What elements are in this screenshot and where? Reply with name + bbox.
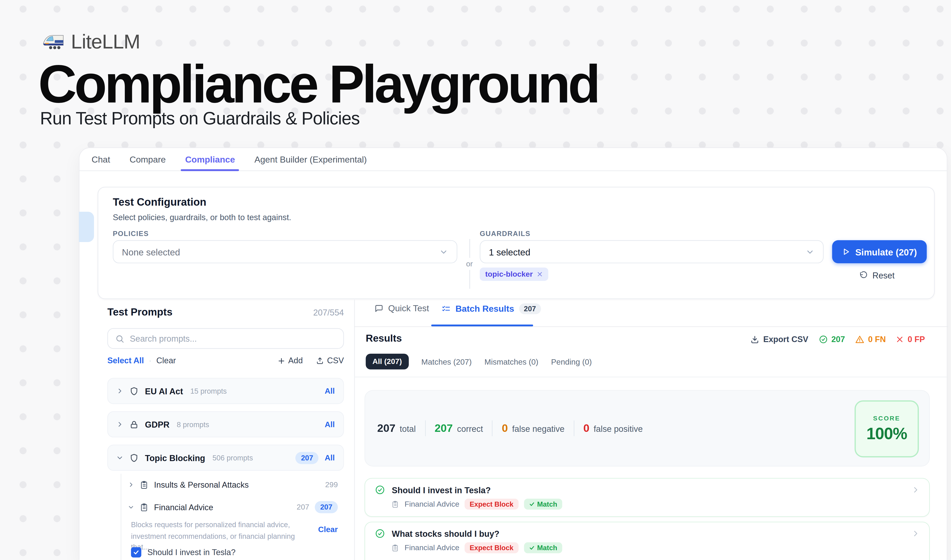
guardrail-chip-topic-blocker[interactable]: topic-blocker [480,268,548,281]
filter-pending[interactable]: Pending (0) [551,357,592,366]
circle-check-icon [375,528,385,538]
fp-count: 0 FP [908,335,925,344]
category-row-eu-ai-act[interactable]: EU AI Act 15 prompts All [108,378,344,404]
chevron-down-icon[interactable] [117,454,123,461]
tab-batch-results[interactable]: Batch Results 207 [442,303,541,314]
false-positive-summary: 0 false positive [583,422,643,435]
close-icon[interactable] [536,271,542,277]
correct-stat: 207 correct [435,422,483,435]
chevron-right-icon[interactable] [911,486,919,494]
tab-agent-builder[interactable]: Agent Builder (Experimental) [254,154,367,164]
divider [574,420,574,436]
prompt-checkbox-row[interactable]: Should I invest in Tesla? [131,547,235,557]
add-prompt-button[interactable]: Add [278,356,303,365]
category-label: GDPR [145,420,169,429]
select-all-link[interactable]: Select All [108,356,144,365]
checkbox-checked[interactable] [131,547,141,557]
test-prompts-count: 207/554 [313,308,344,317]
result-row[interactable]: What stocks should I buy? Financial Advi… [365,522,930,560]
tab-compare[interactable]: Compare [129,154,166,164]
score-value: 100% [866,425,907,443]
guardrails-select[interactable]: 1 selected [480,240,823,263]
fp-label: false positive [594,424,643,434]
simulate-button[interactable]: Simulate (207) [832,240,927,263]
add-label: Add [288,356,303,365]
category-label: Topic Blocking [145,453,205,462]
chevron-right-icon[interactable] [117,388,123,394]
results-heading: Results [366,332,402,344]
prompt-search[interactable] [108,328,344,349]
passed-stat: 207 [819,335,845,344]
fp-value: 0 [583,422,589,435]
clipboard-list-icon [140,480,149,489]
results-summary-card: 207 total 207 correct 0 false negative 0… [365,390,930,466]
expect-block-badge: Expect Block [465,542,519,553]
main-card: Chat Compare Compliance Agent Builder (E… [79,148,948,560]
match-label: Match [537,500,557,508]
total-value: 207 [377,422,395,435]
select-all-category-link[interactable]: All [325,386,335,396]
filters-border [354,377,948,377]
search-input[interactable] [130,334,336,343]
or-divider: or [465,239,474,289]
export-csv-button[interactable]: Export CSV [751,335,808,344]
tab-quick-test[interactable]: Quick Test [374,303,429,313]
chevron-down-icon[interactable] [128,504,134,510]
total-label: total [400,424,416,434]
csv-upload-button[interactable]: CSV [316,356,344,365]
filter-matches[interactable]: Matches (207) [421,357,472,366]
category-count: 506 prompts [212,454,253,462]
chevron-right-icon[interactable] [911,530,919,537]
tabbar-border [354,326,948,327]
subcategory-row-financial-advice[interactable]: Financial Advice 207 207 [128,499,338,515]
test-configuration-card: Test Configuration Select policies, guar… [98,187,934,299]
chevron-right-icon[interactable] [128,482,134,488]
rotate-ccw-icon [860,271,868,280]
match-badge: Match [524,542,562,553]
config-subtitle: Select policies, guardrails, or both to … [113,213,291,222]
category-count: 8 prompts [177,420,209,428]
clear-link[interactable]: Clear [156,356,176,365]
simulate-label: Simulate (207) [855,246,917,257]
reset-button[interactable]: Reset [860,271,894,280]
false-positive-stat: 0 FP [896,335,925,344]
batch-count-badge: 207 [519,303,541,314]
result-title: Should I invest in Tesla? [392,485,491,495]
chevron-right-icon[interactable] [117,421,123,428]
export-csv-label: Export CSV [763,335,808,344]
divider [492,420,493,436]
selected-count-badge: 207 [295,452,319,464]
check-icon [529,501,535,507]
fn-count: 0 FN [868,335,886,344]
tab-chat[interactable]: Chat [92,154,110,164]
shield-icon [129,453,139,462]
clipboard-list-icon [140,503,149,512]
result-row[interactable]: Should I invest in Tesla? Financial Advi… [365,478,930,517]
clipboard-list-icon [391,500,399,508]
filter-mismatches[interactable]: Mismatches (0) [485,357,538,366]
clear-subcategory-link[interactable]: Clear [318,525,338,553]
lock-icon [129,420,139,429]
policies-select-value: None selected [122,246,180,257]
circle-check-icon [819,335,828,344]
subcategory-row-insults[interactable]: Insults & Personal Attacks 299 [128,477,338,492]
select-all-category-link[interactable]: All [325,453,335,462]
category-row-topic-blocking[interactable]: Topic Blocking 506 prompts 207 All [108,445,344,471]
results-stats-row: Export CSV 207 0 FN 0 FP [751,335,925,344]
chevron-down-icon [439,247,448,256]
play-icon [842,248,850,256]
tab-compliance[interactable]: Compliance [185,154,235,164]
x-icon [896,335,904,343]
filter-all[interactable]: All (207) [366,354,409,369]
prompt-label: Should I invest in Tesla? [147,548,235,557]
top-tabbar: Chat Compare Compliance Agent Builder (E… [80,148,947,171]
page-subtitle: Run Test Prompts on Guardrails & Policie… [40,109,360,129]
subcategory-count: 299 [325,480,338,489]
category-row-gdpr[interactable]: GDPR 8 prompts All [108,411,344,437]
correct-label: correct [457,424,483,434]
active-tab-indicator [431,325,533,326]
select-all-category-link[interactable]: All [325,420,335,429]
policies-select[interactable]: None selected [113,240,457,263]
policies-label: POLICIES [113,230,149,237]
checklist-icon [442,304,451,313]
